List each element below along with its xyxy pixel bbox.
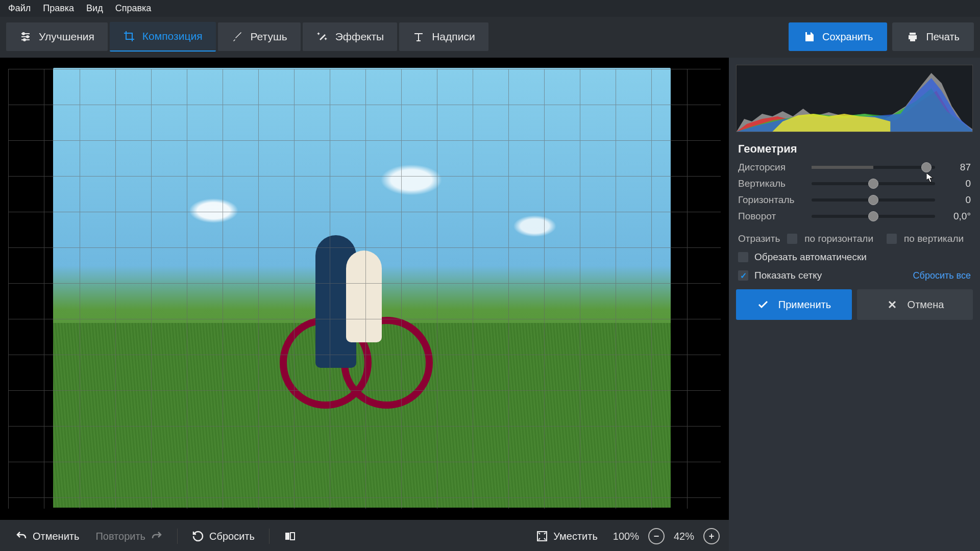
svg-rect-6 xyxy=(285,533,289,540)
redo-icon xyxy=(151,530,163,542)
tab-label: Композиция xyxy=(142,30,203,42)
zoom-out-button[interactable] xyxy=(648,528,665,544)
menu-bar: Файл Правка Вид Справка xyxy=(0,0,980,17)
slider-value: 0 xyxy=(942,194,971,206)
slider-vertical: Вертикаль 0 xyxy=(738,178,971,189)
show-grid-label: Показать сетку xyxy=(754,270,822,281)
tab-label: Эффекты xyxy=(335,31,384,43)
show-grid-checkbox[interactable] xyxy=(738,270,748,281)
crop-icon xyxy=(123,30,135,42)
panel-title: Геометрия xyxy=(738,142,971,156)
tab-effects[interactable]: Эффекты xyxy=(303,22,397,51)
flip-vertical-label: по вертикали xyxy=(904,233,964,244)
auto-crop-checkbox[interactable] xyxy=(738,252,748,262)
svg-point-5 xyxy=(23,39,26,41)
brush-icon xyxy=(231,31,243,43)
menu-edit[interactable]: Правка xyxy=(43,3,74,14)
menu-file[interactable]: Файл xyxy=(8,3,31,14)
reset-label: Сбросить xyxy=(209,531,255,542)
print-icon xyxy=(906,31,919,43)
cancel-label: Отмена xyxy=(908,299,944,311)
print-label: Печать xyxy=(926,31,960,43)
tab-enhancements[interactable]: Улучшения xyxy=(6,22,108,51)
tab-captions[interactable]: Надписи xyxy=(399,22,488,51)
zoom-100-button[interactable]: 100% xyxy=(613,531,639,542)
zoom-value: 42% xyxy=(674,531,694,542)
slider-value: 87 xyxy=(942,162,971,173)
flip-horizontal-checkbox[interactable] xyxy=(787,234,797,244)
tab-label: Надписи xyxy=(432,31,475,43)
tab-retouch[interactable]: Ретушь xyxy=(218,22,301,51)
histogram xyxy=(736,65,973,132)
svg-point-4 xyxy=(27,36,29,38)
tab-label: Улучшения xyxy=(39,31,94,43)
check-icon xyxy=(757,298,769,311)
canvas-area: Отменить Повторить Сбросить Уместить 100 xyxy=(0,58,729,551)
slider-label: Дисторсия xyxy=(738,162,804,173)
undo-button[interactable]: Отменить xyxy=(9,527,85,545)
redo-button[interactable]: Повторить xyxy=(89,527,169,545)
menu-view[interactable]: Вид xyxy=(86,3,103,14)
apply-button[interactable]: Применить xyxy=(736,289,852,320)
flip-horizontal-label: по горизонтали xyxy=(804,233,873,244)
flip-vertical-checkbox[interactable] xyxy=(887,234,897,244)
slider-label: Горизонталь xyxy=(738,194,804,206)
compare-toggle[interactable] xyxy=(278,527,302,545)
slider-track[interactable] xyxy=(812,215,935,218)
fit-label: Уместить xyxy=(553,531,598,542)
svg-point-3 xyxy=(22,33,24,35)
cancel-button[interactable]: Отмена xyxy=(857,289,973,320)
fit-icon xyxy=(536,530,548,542)
slider-thumb[interactable] xyxy=(868,179,878,189)
main-toolbar: Улучшения Композиция Ретушь Эффекты Надп… xyxy=(0,17,980,58)
slider-track[interactable] xyxy=(812,198,935,202)
slider-value: 0,0° xyxy=(942,211,971,222)
save-label: Сохранить xyxy=(822,31,873,43)
zoom-in-button[interactable] xyxy=(703,528,720,544)
fit-button[interactable]: Уместить xyxy=(530,527,604,545)
redo-label: Повторить xyxy=(95,531,145,542)
slider-track[interactable] xyxy=(812,166,935,169)
undo-label: Отменить xyxy=(33,531,79,542)
auto-crop-label: Обрезать автоматически xyxy=(754,252,867,263)
text-icon xyxy=(412,31,425,43)
slider-thumb[interactable] xyxy=(921,162,932,172)
slider-horizontal: Горизонталь 0 xyxy=(738,194,971,206)
reset-button[interactable]: Сбросить xyxy=(186,527,261,545)
close-icon xyxy=(886,298,898,311)
slider-distortion: Дисторсия 87 xyxy=(738,162,971,173)
save-button[interactable]: Сохранить xyxy=(789,22,887,51)
sliders-icon xyxy=(19,31,32,43)
side-panel: Геометрия Дисторсия 87 Вертикаль 0 Гориз… xyxy=(729,58,980,551)
grid-overlay xyxy=(8,69,721,509)
tab-composition[interactable]: Композиция xyxy=(110,22,216,52)
compare-icon xyxy=(284,530,296,542)
slider-thumb[interactable] xyxy=(868,211,878,221)
slider-label: Поворот xyxy=(738,211,804,222)
status-bar: Отменить Повторить Сбросить Уместить 100 xyxy=(0,520,729,551)
menu-help[interactable]: Справка xyxy=(115,3,152,14)
save-icon xyxy=(803,31,815,43)
reset-all-link[interactable]: Сбросить все xyxy=(913,270,971,281)
histogram-chart xyxy=(737,65,972,132)
image-canvas[interactable] xyxy=(2,60,727,518)
apply-label: Применить xyxy=(778,299,831,311)
print-button[interactable]: Печать xyxy=(892,22,974,51)
slider-thumb[interactable] xyxy=(868,195,878,205)
undo-icon xyxy=(15,530,28,542)
slider-value: 0 xyxy=(942,178,971,189)
tab-label: Ретушь xyxy=(251,31,287,43)
wand-icon xyxy=(316,31,328,43)
flip-label: Отразить xyxy=(738,233,780,244)
svg-rect-7 xyxy=(290,533,295,540)
slider-rotation: Поворот 0,0° xyxy=(738,211,971,222)
reset-icon xyxy=(192,530,204,542)
slider-track[interactable] xyxy=(812,182,935,185)
slider-label: Вертикаль xyxy=(738,178,804,189)
